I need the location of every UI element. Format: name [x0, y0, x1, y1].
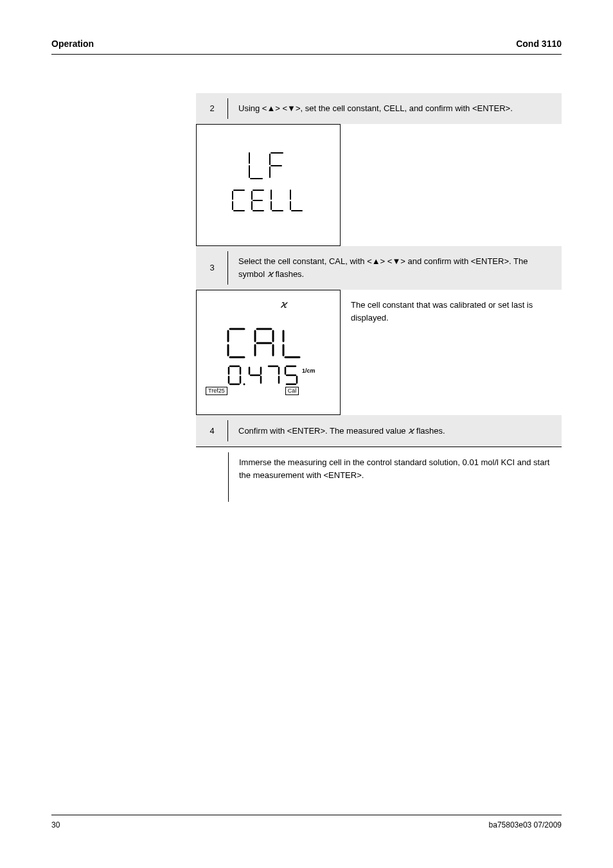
step-number: 4: [196, 415, 228, 447]
display-2-side-text: The cell constant that was calibrated or…: [341, 290, 562, 415]
display-1-row: LF CELL: [196, 124, 562, 246]
final-separator: [228, 447, 229, 507]
lcd-display-2: ϰ: [196, 290, 341, 415]
lcd-lf-cell-graphic: [224, 146, 314, 224]
step-4-text: Confirm with <ENTER>. The measured value…: [228, 415, 562, 447]
kappa-symbol: ϰ: [267, 269, 273, 279]
tref25-badge: Tref25: [206, 387, 227, 395]
final-left-spacer: [196, 447, 228, 507]
kappa-icon: ϰ: [280, 298, 287, 310]
step-3-text-after: flashes.: [275, 269, 304, 279]
step-number: 2: [196, 93, 228, 124]
final-instruction-text: Immerse the measuring cell in the contro…: [229, 447, 562, 507]
step-number-text: 3: [209, 263, 214, 272]
cal-badge: Cal: [285, 387, 299, 395]
step-3-text: Select the cell constant, CAL, with <▲> …: [228, 246, 562, 290]
step-4-text-after: flashes.: [416, 426, 445, 436]
display-1-side: [341, 124, 562, 246]
lcd-display-1: LF CELL: [196, 124, 341, 246]
step-number-text: 4: [209, 426, 214, 436]
svg-point-41: [243, 383, 245, 385]
footer-doc-id: ba75803e03 07/2009: [489, 820, 562, 829]
step-2-row: 2 Using <▲> <▼>, set the cell constant, …: [196, 93, 562, 124]
step-number: 3: [196, 246, 228, 290]
page-footer: 30 ba75803e03 07/2009: [51, 815, 562, 829]
lcd-cal-graphic: 1/cm: [211, 324, 326, 394]
display-2-row: ϰ: [196, 290, 562, 415]
kappa-symbol: ϰ: [408, 426, 414, 436]
final-instruction-block: Immerse the measuring cell in the contro…: [196, 447, 562, 507]
step-number-text: 2: [209, 103, 214, 113]
step-3-row: 3 Select the cell constant, CAL, with <▲…: [196, 246, 562, 290]
header-section-title: Operation: [51, 39, 94, 49]
step-4-text-before: Confirm with <ENTER>. The measured value: [238, 426, 408, 436]
step-2-text: Using <▲> <▼>, set the cell constant, CE…: [228, 93, 562, 124]
step-4-row: 4 Confirm with <ENTER>. The measured val…: [196, 415, 562, 447]
unit-label: 1/cm: [302, 368, 315, 374]
page-header: Operation Cond 3110: [51, 39, 562, 55]
badge-row: Tref25 Cal: [206, 387, 299, 395]
footer-page-number: 30: [51, 820, 60, 829]
header-product-name: Cond 3110: [516, 39, 562, 49]
